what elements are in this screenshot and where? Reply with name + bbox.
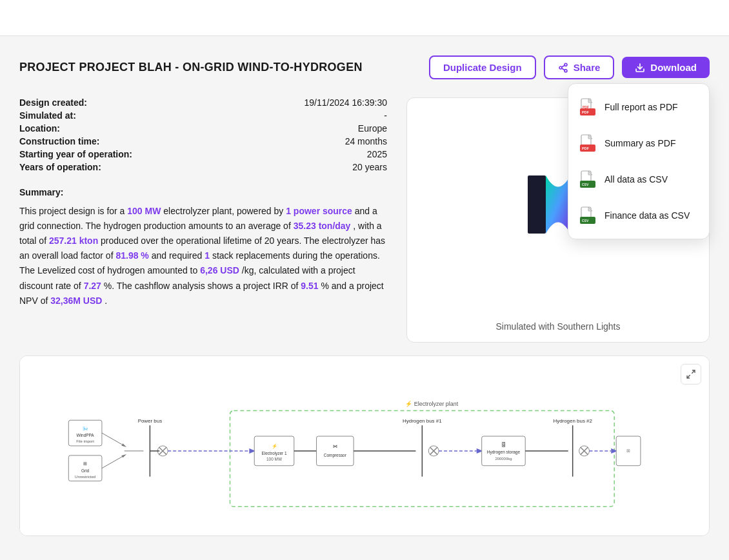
svg-rect-49 (317, 436, 354, 466)
header-actions: Duplicate Design Share Download (429, 55, 710, 79)
share-label: Share (574, 62, 601, 73)
location-value: Europe (358, 123, 387, 134)
meta-table: Design created: 19/11/2024 16:39:30 Simu… (19, 97, 387, 172)
svg-text:200000kg: 200000kg (495, 457, 512, 461)
svg-line-3 (561, 68, 564, 70)
svg-text:CSV: CSV (582, 219, 589, 223)
page-title: PROJECT PROJECT BLAH - ON-GRID WIND-TO-H… (19, 61, 363, 74)
meta-row-years-operation: Years of operation: 20 years (19, 162, 387, 172)
header-row: PROJECT PROJECT BLAH - ON-GRID WIND-TO-H… (19, 55, 710, 79)
simulated-at-value: - (384, 110, 387, 121)
svg-text:PDF: PDF (582, 146, 590, 150)
svg-text:100 MW: 100 MW (266, 457, 283, 461)
construction-time-label: Construction time: (19, 136, 99, 146)
svg-text:Hydrogen bus #2: Hydrogen bus #2 (553, 418, 592, 424)
download-finance-csv-label: Finance data as CSV (604, 210, 690, 221)
summary-section: Summary: This project design is for a 10… (19, 185, 387, 308)
download-finance-csv[interactable]: CSV Finance data as CSV (568, 197, 709, 234)
download-button[interactable]: Download (622, 57, 710, 78)
construction-time-value: 24 months (345, 136, 387, 146)
simulated-text: Simulated with Southern Lights (486, 311, 631, 342)
simulated-at-label: Simulated at: (19, 110, 76, 121)
download-summary-pdf-label: Summary as PDF (604, 138, 675, 148)
svg-line-21 (692, 370, 695, 374)
diagram-canvas: ⚡ Electrolyzer plant 🌬️ WindPPA File imp… (20, 356, 709, 535)
starting-year-value: 2025 (367, 149, 387, 159)
summary-text: This project design is for a 100 MW elec… (19, 204, 387, 308)
svg-text:Hydrogen storage: Hydrogen storage (487, 450, 521, 455)
download-all-csv-label: All data as CSV (604, 174, 668, 185)
svg-rect-19 (528, 175, 546, 234)
design-created-value: 19/11/2024 16:39:30 (305, 97, 387, 108)
svg-line-34 (102, 433, 125, 446)
duplicate-design-label: Duplicate Design (443, 62, 522, 73)
csv-icon-finance: CSV (579, 205, 597, 226)
svg-text:⊞: ⊞ (83, 461, 87, 466)
svg-line-35 (102, 455, 125, 468)
svg-line-4 (561, 65, 564, 67)
years-operation-value: 20 years (352, 162, 387, 172)
main-content: PROJECT PROJECT BLAH - ON-GRID WIND-TO-H… (0, 36, 729, 549)
download-label: Download (650, 62, 697, 73)
download-container: Download PDF PDF (622, 57, 710, 78)
svg-text:🌬️: 🌬️ (83, 426, 88, 432)
pdf-icon-full: PDF PDF (579, 97, 597, 117)
svg-text:PDF: PDF (582, 110, 590, 114)
years-operation-label: Years of operation: (19, 162, 101, 172)
expand-diagram-button[interactable] (681, 364, 701, 385)
pdf-icon-summary: PDF (579, 133, 597, 154)
download-full-pdf-label: Full report as PDF (604, 102, 678, 112)
download-icon (635, 63, 645, 73)
design-created-label: Design created: (19, 97, 87, 108)
svg-text:⊠: ⊠ (626, 448, 630, 453)
csv-icon-all: CSV (579, 169, 597, 190)
svg-text:Power bus: Power bus (138, 418, 163, 424)
download-full-pdf[interactable]: PDF PDF Full report as PDF (568, 89, 709, 125)
diagram-section: ⚡ Electrolyzer plant 🌬️ WindPPA File imp… (19, 355, 710, 536)
duplicate-design-button[interactable]: Duplicate Design (429, 55, 536, 79)
diagram-svg: ⚡ Electrolyzer plant 🌬️ WindPPA File imp… (20, 356, 709, 535)
svg-text:Unrestricted: Unrestricted (75, 475, 95, 479)
svg-text:Electrolyzer 1: Electrolyzer 1 (262, 451, 287, 456)
meta-row-location: Location: Europe (19, 123, 387, 134)
svg-text:⚡ Electrolyzer plant: ⚡ Electrolyzer plant (405, 400, 458, 408)
svg-line-22 (687, 375, 690, 378)
download-summary-pdf[interactable]: PDF Summary as PDF (568, 125, 709, 161)
svg-text:File import: File import (76, 439, 94, 443)
share-icon (558, 63, 568, 73)
meta-row-starting-year: Starting year of operation: 2025 (19, 149, 387, 159)
meta-row-construction-time: Construction time: 24 months (19, 136, 387, 146)
svg-text:CSV: CSV (582, 183, 589, 186)
svg-text:Hydrogen bus #1: Hydrogen bus #1 (403, 418, 442, 424)
svg-text:⚡: ⚡ (272, 443, 278, 449)
meta-row-design-created: Design created: 19/11/2024 16:39:30 (19, 97, 387, 108)
location-label: Location: (19, 123, 60, 134)
share-button[interactable]: Share (544, 55, 615, 79)
summary-title: Summary: (19, 185, 387, 200)
meta-row-simulated-at: Simulated at: - (19, 110, 387, 121)
left-panel: Design created: 19/11/2024 16:39:30 Simu… (19, 97, 387, 343)
starting-year-label: Starting year of operation: (19, 149, 132, 159)
svg-text:⋈: ⋈ (333, 443, 337, 449)
download-dropdown: PDF PDF Full report as PDF (568, 83, 710, 239)
svg-text:🗄: 🗄 (501, 442, 506, 448)
expand-icon (686, 369, 696, 379)
svg-text:Compressor: Compressor (324, 453, 347, 458)
top-bar (0, 0, 729, 36)
download-all-csv[interactable]: CSV All data as CSV (568, 161, 709, 197)
svg-text:Grid: Grid (81, 468, 90, 473)
svg-text:WindPPA: WindPPA (77, 433, 95, 437)
